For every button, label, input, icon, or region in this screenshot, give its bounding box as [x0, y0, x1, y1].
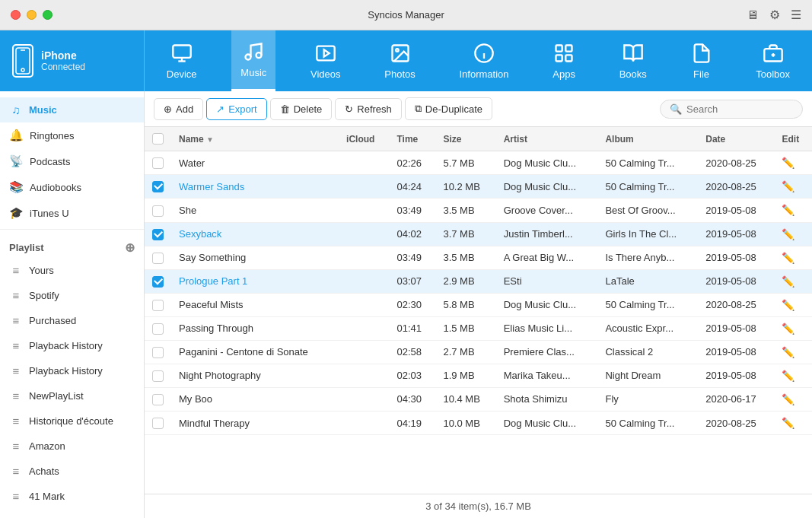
nav-item-file[interactable]: File	[682, 30, 721, 91]
minimize-button[interactable]	[27, 10, 37, 20]
export-button[interactable]: ↗ Export	[206, 98, 267, 120]
sidebar-item-ringtones[interactable]: 🔔 Ringtones	[0, 122, 144, 148]
deduplicate-button[interactable]: ⧉ De-Duplicate	[405, 97, 492, 120]
sidebar-item-music[interactable]: ♫ Music	[0, 97, 144, 122]
nav-item-information[interactable]: Information	[451, 30, 518, 91]
header-size: Size	[435, 127, 495, 151]
nav-item-device[interactable]: Device	[158, 30, 206, 91]
sidebar-item-41mark[interactable]: ≡ 41 Mark	[0, 484, 144, 509]
row-checkbox[interactable]	[152, 347, 164, 358]
row-size: 2.9 MB	[435, 269, 495, 293]
row-edit[interactable]: ✏️	[774, 340, 812, 364]
nav-item-toolbox[interactable]: Toolbox	[747, 30, 799, 91]
sidebar-item-spotify[interactable]: ≡ Spotify	[0, 283, 144, 308]
row-date: 2020-08-25	[698, 175, 774, 199]
menu-icon[interactable]: ☰	[791, 8, 801, 22]
row-checkbox[interactable]	[152, 276, 164, 288]
refresh-button[interactable]: ↻ Refresh	[335, 98, 402, 120]
row-size: 2.7 MB	[435, 340, 495, 364]
nav-label-videos: Videos	[310, 68, 341, 80]
row-checkbox[interactable]	[152, 300, 164, 311]
nav-item-music[interactable]: Music	[231, 30, 275, 91]
deduplicate-icon: ⧉	[415, 103, 422, 115]
sidebar-item-amazon[interactable]: ≡ Amazon	[0, 434, 144, 459]
row-edit[interactable]: ✏️	[774, 222, 812, 246]
sidebar-label-newplaylist: NewPlayList	[29, 390, 84, 402]
table-row: Say Something 03:49 3.5 MB A Great Big W…	[145, 246, 812, 269]
row-checkbox[interactable]	[152, 370, 164, 382]
row-checkbox[interactable]	[152, 157, 164, 169]
row-edit[interactable]: ✏️	[774, 151, 812, 175]
nav-item-videos[interactable]: Videos	[301, 30, 350, 91]
row-checkbox[interactable]	[152, 253, 164, 264]
search-box: 🔍	[660, 100, 803, 119]
row-edit[interactable]: ✏️	[774, 199, 812, 222]
select-all-checkbox[interactable]	[152, 133, 164, 145]
svg-rect-0	[16, 48, 30, 74]
search-input[interactable]	[686, 103, 793, 115]
row-artist: Marika Takeu...	[496, 364, 598, 387]
sidebar-item-newplaylist[interactable]: ≡ NewPlayList	[0, 383, 144, 408]
row-album: 50 Calming Tr...	[597, 151, 698, 175]
sidebar-label-audiobooks: Audiobooks	[30, 182, 81, 193]
nav-label-toolbox: Toolbox	[756, 68, 790, 80]
row-checkbox[interactable]	[152, 229, 164, 240]
row-checkbox-cell	[145, 340, 171, 364]
nav-label-books: Books	[619, 68, 647, 80]
status-bar: 3 of 34 item(s), 16.7 MB	[145, 494, 812, 518]
row-album: Classical 2	[597, 340, 698, 364]
row-artist: Shota Shimizu	[496, 387, 598, 411]
sidebar-label-amazon: Amazon	[29, 440, 65, 452]
delete-button[interactable]: 🗑 Delete	[270, 98, 333, 120]
row-edit[interactable]: ✏️	[774, 246, 812, 269]
row-artist: ESti	[496, 269, 598, 293]
row-name: Say Something	[171, 246, 339, 269]
gear-icon[interactable]: ⚙	[769, 8, 780, 22]
row-edit[interactable]: ✏️	[774, 364, 812, 387]
row-time: 03:49	[390, 199, 436, 222]
row-checkbox[interactable]	[152, 205, 164, 217]
sidebar-item-yours[interactable]: ≡ Yours	[0, 258, 144, 283]
row-checkbox-cell	[145, 387, 171, 411]
row-edit[interactable]: ✏️	[774, 316, 812, 340]
add-playlist-icon[interactable]: ⊕	[125, 240, 135, 255]
row-size: 3.7 MB	[435, 222, 495, 246]
row-checkbox[interactable]	[152, 323, 164, 335]
sidebar-item-audiobooks[interactable]: 📚 Audiobooks	[0, 174, 144, 200]
table: Name ▼ iCloud Time Size Artist Album Dat…	[145, 127, 812, 435]
row-checkbox[interactable]	[152, 418, 164, 429]
row-edit[interactable]: ✏️	[774, 293, 812, 316]
row-edit[interactable]: ✏️	[774, 269, 812, 293]
close-button[interactable]	[11, 10, 21, 20]
sidebar-item-playback-history2[interactable]: ≡ Playback History	[0, 358, 144, 383]
table-row: Prologue Part 1 03:07 2.9 MB ESti LaTale…	[145, 269, 812, 293]
nav-item-books[interactable]: Books	[610, 30, 656, 91]
maximize-button[interactable]	[43, 10, 53, 20]
row-edit[interactable]: ✏️	[774, 387, 812, 411]
row-checkbox[interactable]	[152, 181, 164, 192]
nav-label-information: Information	[460, 68, 509, 80]
row-size: 10.4 MB	[435, 387, 495, 411]
list-icon: ≡	[9, 339, 23, 352]
sidebar-item-playback-history1[interactable]: ≡ Playback History	[0, 333, 144, 358]
row-size: 1.5 MB	[435, 316, 495, 340]
row-edit[interactable]: ✏️	[774, 175, 812, 199]
sidebar-item-historique[interactable]: ≡ Historique d'écoute	[0, 408, 144, 434]
nav-item-photos[interactable]: Photos	[375, 30, 424, 91]
sidebar-item-itunes-u[interactable]: 🎓 iTunes U	[0, 200, 144, 226]
sidebar-item-podcasts[interactable]: 📡 Podcasts	[0, 148, 144, 174]
row-size: 10.0 MB	[435, 412, 495, 435]
monitor-icon[interactable]: 🖥	[747, 8, 759, 22]
row-checkbox-cell	[145, 199, 171, 222]
nav-item-apps[interactable]: Apps	[543, 30, 584, 91]
sidebar: ♫ Music 🔔 Ringtones 📡 Podcasts 📚 Audiobo…	[0, 91, 145, 518]
sidebar-item-purchased[interactable]: ≡ Purchased	[0, 308, 144, 333]
row-edit[interactable]: ✏️	[774, 412, 812, 435]
sidebar-item-achats[interactable]: ≡ Achats	[0, 459, 144, 484]
add-button[interactable]: ⊕ Add	[154, 98, 203, 120]
row-icloud	[339, 340, 389, 364]
row-size: 5.8 MB	[435, 293, 495, 316]
table-row: My Boo 04:30 10.4 MB Shota Shimizu Fly 2…	[145, 387, 812, 411]
row-checkbox[interactable]	[152, 394, 164, 405]
row-name: Mindful Therapy	[171, 412, 339, 435]
